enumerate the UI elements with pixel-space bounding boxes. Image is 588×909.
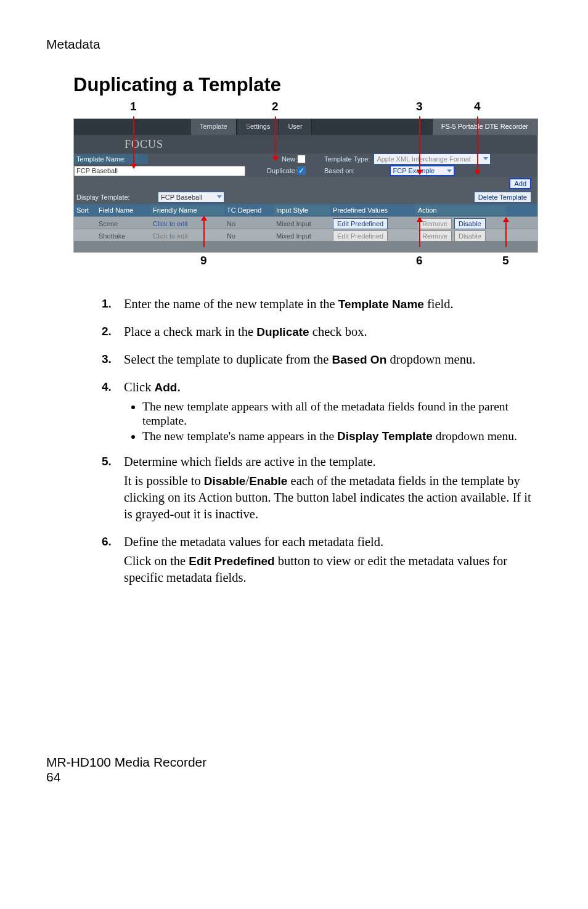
step-number: 4. [102,379,124,444]
step-bullets: The new template appears with all of the… [142,399,542,443]
bold-term: Display Template [337,430,433,442]
bold-term: Duplicate [256,325,309,338]
logo: FOCUS [125,138,163,151]
screenshot-mock: Template Settings User FS-5 Portable DTE… [73,118,538,253]
col-field: Field Name [96,205,150,215]
cell-input: Mixed Input [274,219,330,229]
cell-input: Mixed Input [274,231,330,241]
remove-button[interactable]: Remove [418,230,452,242]
callout-1: 1 [130,100,137,113]
add-button[interactable]: Add [509,178,531,189]
step-number: 2. [102,324,124,343]
page-header: Metadata [46,37,542,52]
disable-button[interactable]: Disable [454,230,486,242]
cell-tc: No [224,231,274,241]
section-title: Duplicating a Template [73,74,542,96]
col-friendly: Friendly Name [150,205,224,215]
col-predefined: Predefined Values [330,205,415,215]
tab-user[interactable]: User [279,119,311,135]
new-label: New: [247,155,297,163]
edit-predefined-button[interactable]: Edit Predefined [333,230,388,242]
callout-4: 4 [474,100,481,113]
disable-button[interactable]: Disable [454,218,486,229]
template-name-label: Template Name: [74,154,148,164]
new-checkbox[interactable] [297,155,306,163]
col-input: Input Style [274,205,330,215]
footer-line1: MR-HD100 Media Recorder [46,755,542,770]
callout-9: 9 [200,254,207,267]
page-footer: MR-HD100 Media Recorder 64 [46,755,542,785]
based-on-label: Based on: [322,167,355,174]
remove-button[interactable]: Remove [418,218,452,229]
bold-term: Disable [204,475,246,487]
bold-term: Edit Predefined [189,555,274,568]
bold-term: Template Name [338,298,424,311]
display-template-label: Display Template: [74,194,158,201]
step-item: 3.Select the template to duplicate from … [102,351,542,370]
template-type-label: Template Type: [322,155,370,163]
step-body: Enter the name of the new template in th… [124,296,542,315]
step-body: Determine which fields are active in the… [124,454,542,525]
banner-title: FS-5 Portable DTE Recorder [433,119,537,135]
bullet-item: The new template appears with all of the… [142,399,542,428]
table-row: Shottake Click to edit No Mixed Input Ed… [74,229,537,241]
step-body: Select the template to duplicate from th… [124,351,542,370]
step-body: Click Add.The new template appears with … [124,379,542,444]
bold-term: Add. [155,381,181,394]
cell-field: Shottake [96,231,150,241]
col-action: Action [415,205,507,215]
table-header: Sort Field Name Friendly Name TC Depend … [74,204,537,216]
step-body: Place a check mark in the Duplicate chec… [124,324,542,343]
tab-template[interactable]: Template [191,119,237,135]
bold-term: Based On [332,353,387,366]
step-number: 5. [102,454,124,525]
duplicate-label: Duplicate: [245,167,297,174]
callout-3: 3 [416,100,423,113]
edit-predefined-button[interactable]: Edit Predefined [333,218,388,229]
cell-friendly[interactable]: Click to edit [150,231,224,241]
step-item: 1.Enter the name of the new template in … [102,296,542,315]
template-type-select[interactable]: Apple XML Interchange Format [374,153,491,165]
callout-6: 6 [416,254,423,267]
step-number: 6. [102,534,124,589]
col-sort: Sort [74,205,96,215]
callout-2: 2 [272,100,279,113]
top-callouts: 1 2 3 4 [73,100,542,118]
cell-tc: No [224,219,274,229]
col-tc: TC Depend [224,205,274,215]
bold-term: Enable [249,475,287,487]
step-item: 2.Place a check mark in the Duplicate ch… [102,324,542,343]
duplicate-checkbox[interactable]: ✓ [297,166,306,175]
table-row: Scene Click to edit No Mixed Input Edit … [74,216,537,229]
bottom-callouts: 9 6 5 [73,254,542,275]
step-item: 4.Click Add.The new template appears wit… [102,379,542,444]
callout-5: 5 [502,254,509,267]
based-on-select[interactable]: FCP Example [390,165,455,176]
step-number: 3. [102,351,124,370]
cell-friendly[interactable]: Click to edit [150,219,224,229]
template-name-input[interactable]: FCP Baseball [74,166,245,176]
display-template-select[interactable]: FCP Baseball [158,192,224,203]
steps-list: 1.Enter the name of the new template in … [102,296,542,589]
tab-settings[interactable]: Settings [237,119,280,135]
cell-field: Scene [96,219,150,229]
footer-line2: 64 [46,770,542,785]
step-item: 5.Determine which fields are active in t… [102,454,542,525]
step-body: Define the metadata values for each meta… [124,534,542,589]
step-item: 6.Define the metadata values for each me… [102,534,542,589]
bullet-item: The new template's name appears in the D… [142,429,542,443]
step-number: 1. [102,296,124,315]
delete-template-button[interactable]: Delete Template [474,192,531,203]
